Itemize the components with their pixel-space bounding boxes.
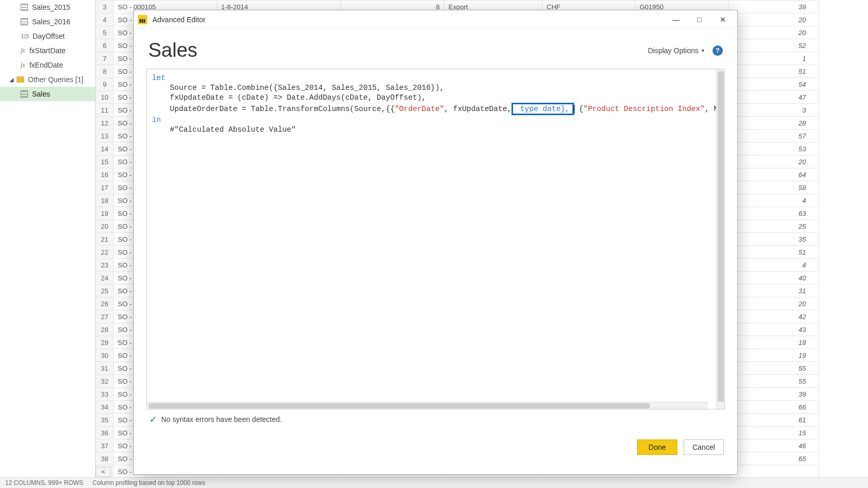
editor-vertical-scrollbar[interactable] bbox=[716, 69, 724, 409]
cell[interactable]: 28 bbox=[729, 117, 819, 130]
query-item[interactable]: fx fxEndDate bbox=[0, 58, 95, 72]
cell[interactable]: 20 bbox=[729, 13, 819, 26]
query-name-heading: Sales bbox=[148, 39, 197, 61]
dialog-buttons: Done Cancel bbox=[134, 439, 724, 455]
cell[interactable]: 18 bbox=[729, 336, 819, 349]
query-item[interactable]: Sales_2015 bbox=[0, 0, 95, 14]
minimize-icon: — bbox=[673, 15, 680, 24]
cancel-button[interactable]: Cancel bbox=[684, 439, 724, 455]
cell[interactable]: 51 bbox=[729, 246, 819, 259]
cell[interactable]: 20 bbox=[729, 26, 819, 39]
cell[interactable]: 51 bbox=[729, 65, 819, 78]
close-icon: ✕ bbox=[720, 15, 726, 24]
chevron-left-icon: < bbox=[101, 468, 105, 476]
cell[interactable]: 46 bbox=[729, 439, 819, 452]
cell[interactable]: 61 bbox=[729, 414, 819, 427]
query-group-label: Other Queries [1] bbox=[28, 75, 83, 84]
cell[interactable]: 40 bbox=[729, 272, 819, 285]
row-number: 35 bbox=[96, 414, 114, 427]
query-item[interactable]: 123 DayOffset bbox=[0, 29, 95, 43]
cell[interactable]: 31 bbox=[729, 285, 819, 297]
cell[interactable]: 66 bbox=[729, 401, 819, 414]
table-icon bbox=[21, 4, 28, 11]
cell[interactable]: 57 bbox=[729, 130, 819, 143]
dialog-title: Advanced Editor bbox=[152, 15, 206, 24]
cell[interactable]: 39 bbox=[729, 1, 819, 13]
dialog-titlebar[interactable]: Advanced Editor — □ ✕ bbox=[134, 10, 737, 29]
cell[interactable]: 35 bbox=[729, 233, 819, 246]
cell[interactable]: 19 bbox=[729, 349, 819, 362]
row-number: 32 bbox=[96, 375, 114, 388]
cell[interactable]: 25 bbox=[729, 220, 819, 233]
scroll-left-button[interactable]: < bbox=[96, 467, 111, 477]
code-string: "Product Description Index" bbox=[583, 105, 705, 113]
row-number: 25 bbox=[96, 285, 114, 297]
caret-down-icon: ▾ bbox=[702, 48, 704, 53]
cell[interactable]: 63 bbox=[729, 207, 819, 220]
cell[interactable]: 1 bbox=[729, 52, 819, 65]
syntax-status: ✓ No syntax errors have been detected. bbox=[149, 414, 737, 425]
row-number: 7 bbox=[96, 52, 114, 65]
row-number: 22 bbox=[96, 246, 114, 259]
cell[interactable]: 54 bbox=[729, 78, 819, 91]
cell[interactable]: 58 bbox=[729, 181, 819, 194]
cell[interactable]: 20 bbox=[729, 155, 819, 168]
cell[interactable]: 4 bbox=[729, 194, 819, 207]
query-item[interactable]: fx fxStartDate bbox=[0, 43, 95, 58]
query-item-selected[interactable]: Sales bbox=[0, 87, 95, 101]
fx-icon: fx bbox=[21, 47, 25, 55]
row-number: 4 bbox=[96, 13, 114, 26]
table-icon bbox=[21, 18, 28, 25]
cell[interactable]: 42 bbox=[729, 310, 819, 323]
cell[interactable]: 55 bbox=[729, 375, 819, 388]
code-text: , Number.Abs, Int64. bbox=[705, 105, 716, 113]
cell[interactable]: 55 bbox=[729, 362, 819, 375]
help-button[interactable]: ? bbox=[712, 45, 723, 56]
display-options-dropdown[interactable]: Display Options ▾ bbox=[648, 46, 704, 55]
code-editor-content[interactable]: let Source = Table.Combine({Sales_2014, … bbox=[147, 69, 716, 409]
cell[interactable]: 64 bbox=[729, 168, 819, 181]
cell[interactable]: 4 bbox=[729, 259, 819, 272]
code-text: , fxUpdateDate, bbox=[444, 105, 512, 113]
cell[interactable] bbox=[729, 465, 819, 478]
cell[interactable]: 39 bbox=[729, 388, 819, 401]
cell[interactable]: 43 bbox=[729, 323, 819, 336]
maximize-button[interactable]: □ bbox=[688, 11, 711, 28]
cell[interactable]: 20 bbox=[729, 297, 819, 310]
row-number: 38 bbox=[96, 452, 114, 465]
minimize-button[interactable]: — bbox=[664, 11, 688, 28]
done-button[interactable]: Done bbox=[637, 439, 677, 455]
cell[interactable]: 52 bbox=[729, 39, 819, 52]
scrollbar-thumb[interactable] bbox=[718, 71, 724, 402]
cell[interactable]: 3 bbox=[729, 104, 819, 117]
close-button[interactable]: ✕ bbox=[711, 11, 734, 28]
row-number: 14 bbox=[96, 143, 114, 155]
editor-horizontal-scrollbar[interactable] bbox=[147, 402, 708, 409]
cell[interactable]: 65 bbox=[729, 452, 819, 465]
row-number: 23 bbox=[96, 259, 114, 272]
button-label: Cancel bbox=[692, 443, 715, 451]
code-keyword: in bbox=[152, 116, 161, 124]
scrollbar-thumb[interactable] bbox=[149, 403, 650, 408]
cell[interactable]: 53 bbox=[729, 143, 819, 155]
maximize-icon: □ bbox=[697, 15, 701, 24]
folder-icon bbox=[17, 76, 24, 83]
cell[interactable]: 15 bbox=[729, 427, 819, 439]
code-line: Source = Table.Combine({Sales_2014, Sale… bbox=[152, 84, 444, 92]
row-number: 36 bbox=[96, 427, 114, 439]
cell[interactable]: 47 bbox=[729, 91, 819, 104]
highlighted-code: type date}, bbox=[512, 103, 574, 115]
row-number: 6 bbox=[96, 39, 114, 52]
row-number: 9 bbox=[96, 78, 114, 91]
row-number: 12 bbox=[96, 117, 114, 130]
code-line: UpdateOrderDate = Table.TransformColumns… bbox=[152, 105, 395, 113]
status-profiling: Column profiling based on top 1000 rows bbox=[92, 479, 205, 486]
row-number: 33 bbox=[96, 388, 114, 401]
code-editor[interactable]: let Source = Table.Combine({Sales_2014, … bbox=[146, 69, 725, 410]
query-group[interactable]: ◢ Other Queries [1] bbox=[0, 72, 95, 87]
status-bar: 12 COLUMNS, 999+ ROWS Column profiling b… bbox=[0, 477, 868, 488]
display-options-label: Display Options bbox=[648, 46, 699, 55]
row-number: 27 bbox=[96, 310, 114, 323]
table-icon bbox=[21, 90, 28, 98]
query-item[interactable]: Sales_2016 bbox=[0, 14, 95, 29]
